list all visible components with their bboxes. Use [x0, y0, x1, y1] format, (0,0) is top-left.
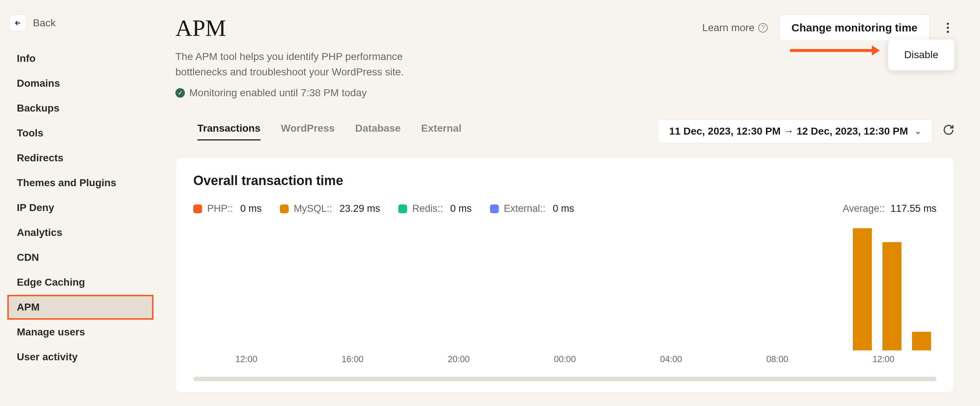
- refresh-icon: [943, 124, 955, 136]
- legend-item: MySQL::23.29 ms: [280, 203, 380, 214]
- disable-menu-item[interactable]: Disable: [904, 49, 939, 61]
- monitoring-status: ✓ Monitoring enabled until 7:38 PM today: [175, 87, 409, 99]
- legend-label: External::: [504, 203, 546, 214]
- chart-bar: [883, 242, 901, 350]
- date-range-text: 11 Dec, 2023, 12:30 PM → 12 Dec, 2023, 1…: [669, 125, 908, 137]
- sidebar: Back InfoDomainsBackupsToolsRedirectsThe…: [0, 0, 161, 406]
- tab-wordpress[interactable]: WordPress: [281, 123, 335, 141]
- back-label: Back: [33, 17, 56, 29]
- sidebar-item-manage-users[interactable]: Manage users: [7, 320, 153, 345]
- xaxis-tick: 20:00: [406, 354, 512, 369]
- refresh-button[interactable]: [943, 124, 955, 139]
- chart: 12:0016:0020:0000:0004:0008:0012:00: [193, 219, 937, 369]
- legend-value: 0 ms: [450, 203, 472, 214]
- tabs: TransactionsWordPressDatabaseExternal: [175, 123, 461, 141]
- sidebar-item-ip-deny[interactable]: IP Deny: [7, 195, 153, 220]
- average-value: 117.55 ms: [891, 203, 937, 214]
- date-range-picker[interactable]: 11 Dec, 2023, 12:30 PM → 12 Dec, 2023, 1…: [658, 119, 932, 143]
- change-monitoring-button[interactable]: Change monitoring time: [780, 14, 929, 41]
- xaxis-tick: 08:00: [724, 354, 830, 369]
- page-description: The APM tool helps you identify PHP perf…: [175, 49, 409, 80]
- average-label: Average:: 117.55 ms: [843, 203, 937, 214]
- xaxis-tick: 00:00: [512, 354, 618, 369]
- more-options-button[interactable]: [941, 19, 955, 36]
- page-title: APM: [175, 14, 409, 42]
- chart-bar: [912, 332, 931, 350]
- bar-slot: [877, 242, 907, 350]
- xaxis-tick: 12:00: [830, 354, 937, 369]
- sidebar-item-info[interactable]: Info: [7, 46, 153, 71]
- legend-value: 0 ms: [553, 203, 574, 214]
- legend-item: Redis::0 ms: [398, 203, 472, 214]
- legend-swatch: [280, 205, 289, 213]
- chevron-down-icon: ⌄: [915, 126, 921, 136]
- bar-slot: [907, 332, 937, 350]
- back-button[interactable]: [10, 14, 26, 32]
- more-options-menu: Disable: [888, 40, 955, 70]
- sidebar-item-cdn[interactable]: CDN: [7, 245, 153, 270]
- arrow-left-icon: [14, 19, 22, 27]
- xaxis-tick: 12:00: [193, 354, 300, 369]
- sidebar-item-apm[interactable]: APM: [7, 295, 153, 320]
- legend-swatch: [490, 205, 499, 213]
- tab-database[interactable]: Database: [355, 123, 401, 141]
- bar-slot: [847, 228, 877, 350]
- sidebar-item-backups[interactable]: Backups: [7, 96, 153, 121]
- tab-external[interactable]: External: [421, 123, 462, 141]
- legend-label: MySQL::: [294, 203, 332, 214]
- learn-more-link[interactable]: Learn more ?: [702, 22, 768, 34]
- sidebar-item-user-activity[interactable]: User activity: [7, 345, 153, 369]
- card-title: Overall transaction time: [193, 173, 937, 189]
- legend-item: PHP::0 ms: [193, 203, 262, 214]
- legend-label: PHP::: [207, 203, 233, 214]
- chart-bar: [853, 228, 872, 350]
- learn-more-label: Learn more: [702, 22, 754, 34]
- status-text: Monitoring enabled until 7:38 PM today: [189, 87, 367, 99]
- sidebar-item-tools[interactable]: Tools: [7, 121, 153, 145]
- main-content: APM The APM tool helps you identify PHP …: [161, 0, 980, 406]
- svg-point-1: [947, 27, 949, 29]
- legend-value: 23.29 ms: [339, 203, 380, 214]
- legend-value: 0 ms: [240, 203, 262, 214]
- annotation-arrow: [790, 49, 874, 52]
- legend-item: External::0 ms: [490, 203, 574, 214]
- transaction-time-card: Overall transaction time PHP::0 msMySQL:…: [175, 157, 955, 392]
- chart-scrollbar[interactable]: [193, 377, 937, 381]
- legend-label: Redis::: [412, 203, 443, 214]
- xaxis-tick: 16:00: [300, 354, 406, 369]
- sidebar-item-themes-and-plugins[interactable]: Themes and Plugins: [7, 171, 153, 195]
- sidebar-item-edge-caching[interactable]: Edge Caching: [7, 270, 153, 295]
- legend-swatch: [398, 205, 407, 213]
- sidebar-item-redirects[interactable]: Redirects: [7, 145, 153, 171]
- svg-point-2: [947, 31, 949, 33]
- svg-point-0: [947, 23, 949, 25]
- xaxis-tick: 04:00: [618, 354, 724, 369]
- sidebar-item-domains[interactable]: Domains: [7, 71, 153, 96]
- kebab-icon: [947, 22, 949, 33]
- legend-swatch: [193, 205, 202, 213]
- sidebar-nav: InfoDomainsBackupsToolsRedirectsThemes a…: [7, 46, 153, 369]
- tab-transactions[interactable]: Transactions: [197, 123, 261, 141]
- chart-legend: PHP::0 msMySQL::23.29 msRedis::0 msExter…: [193, 203, 574, 214]
- check-circle-icon: ✓: [175, 88, 185, 98]
- sidebar-item-analytics[interactable]: Analytics: [7, 220, 153, 245]
- help-circle-icon: ?: [758, 23, 768, 32]
